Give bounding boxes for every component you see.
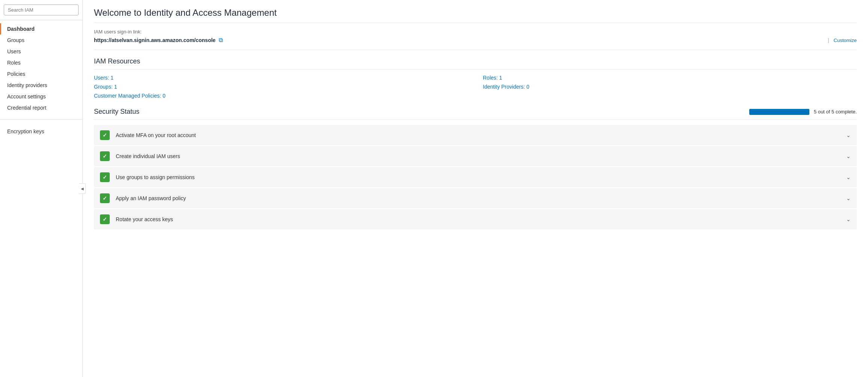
collapse-icon: ◀ — [81, 187, 84, 191]
sidebar-item-users[interactable]: Users — [0, 46, 82, 57]
chevron-down-icon-iam-users: ⌄ — [846, 153, 851, 159]
security-item-mfa[interactable]: Activate MFA on your root account ⌄ — [94, 125, 857, 145]
search-input[interactable] — [4, 5, 79, 15]
resources-grid: Users: 1 Roles: 1 Groups: 1 Identity Pro… — [94, 75, 857, 99]
sidebar-item-account-settings[interactable]: Account settings — [0, 91, 82, 102]
sidebar-item-policies[interactable]: Policies — [0, 68, 82, 80]
sidebar-item-roles[interactable]: Roles — [0, 57, 82, 68]
iam-resources-section: IAM Resources Users: 1 Roles: 1 Groups: … — [94, 57, 857, 99]
progress-text: 5 out of 5 complete. — [814, 109, 857, 115]
sidebar-item-credential-report[interactable]: Credential report — [0, 102, 82, 113]
check-icon-password-policy — [100, 193, 110, 203]
sidebar: Dashboard Groups Users Roles Policies Id… — [0, 0, 83, 377]
resource-customer-managed-policies[interactable]: Customer Managed Policies: 0 — [94, 93, 468, 99]
resource-identity-providers[interactable]: Identity Providers: 0 — [483, 84, 857, 90]
security-item-access-keys[interactable]: Rotate your access keys ⌄ — [94, 209, 857, 229]
chevron-down-icon-password-policy: ⌄ — [846, 195, 851, 201]
security-item-groups-permissions[interactable]: Use groups to assign permissions ⌄ — [94, 167, 857, 187]
check-icon-iam-users — [100, 151, 110, 161]
sidebar-collapse-button[interactable]: ◀ — [79, 183, 86, 194]
sidebar-item-dashboard[interactable]: Dashboard — [0, 23, 82, 35]
sidebar-item-identity-providers[interactable]: Identity providers — [0, 80, 82, 91]
sidebar-item-groups[interactable]: Groups — [0, 35, 82, 46]
progress-container: 5 out of 5 complete. — [749, 109, 857, 115]
progress-bar-fill — [749, 109, 809, 115]
signin-link-row: https://atselvan.signin.aws.amazon.com/c… — [94, 37, 857, 44]
iam-resources-title: IAM Resources — [94, 57, 857, 69]
customize-link[interactable]: Customize — [834, 38, 857, 43]
chevron-down-icon-groups-permissions: ⌄ — [846, 174, 851, 180]
security-item-label-password-policy: Apply an IAM password policy — [116, 195, 846, 201]
main-content: Welcome to Identity and Access Managemen… — [83, 0, 868, 377]
nav-section-bottom: Encryption keys — [0, 123, 82, 140]
pipe-separator: | — [828, 37, 829, 43]
sidebar-item-encryption-keys[interactable]: Encryption keys — [0, 126, 82, 137]
signin-link-section: IAM users sign-in link: https://atselvan… — [94, 29, 857, 50]
nav-divider — [0, 119, 82, 120]
security-item-label-groups-permissions: Use groups to assign permissions — [116, 174, 846, 180]
check-icon-mfa — [100, 130, 110, 140]
security-items: Activate MFA on your root account ⌄ Crea… — [94, 125, 857, 229]
signin-link-label: IAM users sign-in link: — [94, 29, 857, 35]
check-icon-groups-permissions — [100, 172, 110, 182]
security-item-iam-users[interactable]: Create individual IAM users ⌄ — [94, 146, 857, 166]
security-item-label-mfa: Activate MFA on your root account — [116, 132, 846, 138]
security-status-title: Security Status — [94, 108, 139, 116]
nav-section: Dashboard Groups Users Roles Policies Id… — [0, 20, 82, 116]
chevron-down-icon-access-keys: ⌄ — [846, 216, 851, 222]
security-item-label-access-keys: Rotate your access keys — [116, 216, 846, 222]
chevron-down-icon-mfa: ⌄ — [846, 132, 851, 138]
security-status-section: Security Status 5 out of 5 complete. Act… — [94, 108, 857, 229]
security-item-password-policy[interactable]: Apply an IAM password policy ⌄ — [94, 188, 857, 208]
resource-roles[interactable]: Roles: 1 — [483, 75, 857, 81]
search-container — [0, 0, 82, 20]
check-icon-access-keys — [100, 214, 110, 224]
signin-link-url: https://atselvan.signin.aws.amazon.com/c… — [94, 37, 216, 43]
security-header: Security Status 5 out of 5 complete. — [94, 108, 857, 120]
copy-icon[interactable]: ⧉ — [219, 37, 223, 44]
security-item-label-iam-users: Create individual IAM users — [116, 153, 846, 159]
resource-groups[interactable]: Groups: 1 — [94, 84, 468, 90]
progress-bar-wrapper — [749, 109, 809, 115]
page-title: Welcome to Identity and Access Managemen… — [94, 8, 857, 23]
resource-users[interactable]: Users: 1 — [94, 75, 468, 81]
